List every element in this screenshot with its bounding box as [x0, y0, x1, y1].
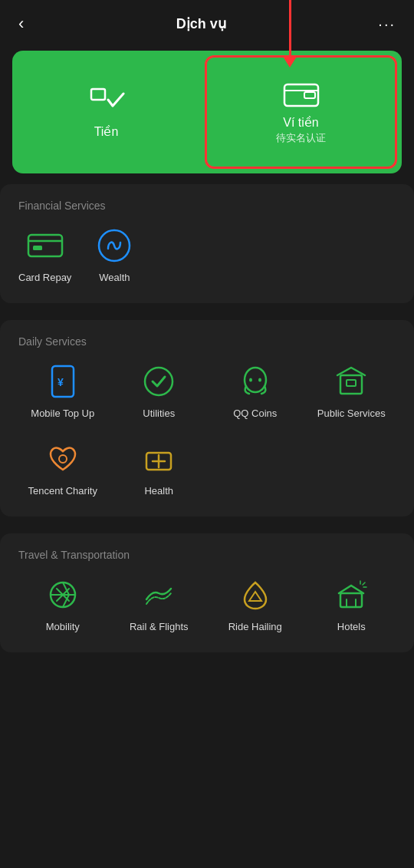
- svg-point-10: [145, 368, 172, 395]
- qq-icon: [235, 361, 275, 401]
- svg-point-13: [258, 378, 261, 381]
- svg-rect-15: [347, 380, 356, 386]
- daily-services-title: Daily Services: [18, 335, 396, 348]
- financial-services-grid: Card Repay Wealth: [18, 226, 396, 285]
- wealth-icon-wrap: [94, 226, 134, 266]
- svg-text:¥: ¥: [58, 376, 64, 388]
- wallet-icon: [283, 80, 320, 109]
- ride-icon: [235, 575, 275, 615]
- more-button[interactable]: ···: [378, 15, 396, 33]
- banner-vi-tien-sublabel: 待实名认证: [276, 131, 326, 145]
- hotel-icon: [331, 575, 371, 615]
- svg-rect-1: [284, 84, 318, 106]
- banner-vi-tien-label: Ví tiền: [283, 115, 318, 130]
- scan-check-icon: [88, 86, 125, 117]
- utilities-icon: [139, 361, 179, 401]
- wealth-label: Wealth: [99, 272, 130, 285]
- green-banner: Tiền Ví tiền 待实名认证: [12, 51, 402, 173]
- health-label: Health: [144, 485, 173, 498]
- charity-icon: [43, 439, 83, 479]
- travel-section: Travel & Transportation Mobility: [0, 533, 414, 652]
- wealth-item[interactable]: Wealth: [94, 226, 134, 285]
- daily-services-section: Daily Services ¥ Mobile Top Up Utilities: [0, 320, 414, 517]
- svg-rect-4: [28, 235, 62, 256]
- svg-point-12: [249, 378, 252, 381]
- travel-grid: Mobility Rail & Flights Ride Hailing: [18, 575, 396, 634]
- card-repay-label: Card Repay: [18, 272, 71, 285]
- rail-flights-label: Rail & Flights: [130, 621, 189, 634]
- rail-flights-item[interactable]: Rail & Flights: [115, 575, 204, 634]
- tencent-charity-item[interactable]: Tencent Charity: [18, 439, 107, 498]
- banner-tien[interactable]: Tiền: [12, 51, 200, 173]
- mobile-top-up-label: Mobile Top Up: [31, 408, 94, 421]
- banner-tien-label: Tiền: [94, 124, 119, 139]
- back-button[interactable]: ‹: [18, 14, 24, 34]
- svg-rect-6: [33, 246, 42, 250]
- public-services-label: Public Services: [317, 408, 386, 421]
- header: ‹ Dịch vụ ···: [0, 0, 414, 43]
- svg-point-16: [59, 455, 67, 463]
- building-icon: [331, 361, 371, 401]
- svg-rect-2: [304, 92, 315, 98]
- svg-point-11: [245, 368, 266, 392]
- health-item[interactable]: Health: [115, 439, 204, 498]
- qq-coins-label: QQ Coins: [233, 408, 277, 421]
- health-icon: [139, 439, 179, 479]
- svg-line-29: [363, 583, 365, 585]
- rail-icon: [139, 575, 179, 615]
- ride-hailing-item[interactable]: Ride Hailing: [211, 575, 300, 634]
- svg-rect-14: [340, 375, 362, 394]
- mobility-item[interactable]: Mobility: [18, 575, 107, 634]
- financial-services-section: Financial Services Card Repay Wealth: [0, 184, 414, 303]
- tencent-charity-label: Tencent Charity: [28, 485, 97, 498]
- svg-rect-0: [91, 89, 105, 100]
- card-repay-item[interactable]: Card Repay: [18, 226, 71, 285]
- daily-services-grid: ¥ Mobile Top Up Utilities: [18, 361, 396, 498]
- ride-hailing-label: Ride Hailing: [228, 621, 282, 634]
- mobile-icon: ¥: [43, 361, 83, 401]
- utilities-label: Utilities: [143, 408, 175, 421]
- mobile-top-up-item[interactable]: ¥ Mobile Top Up: [18, 361, 107, 421]
- financial-services-title: Financial Services: [18, 200, 396, 212]
- qq-coins-item[interactable]: QQ Coins: [211, 361, 300, 421]
- hotels-label: Hotels: [337, 621, 366, 634]
- red-arrow: [282, 0, 297, 68]
- page-title: Dịch vụ: [176, 15, 226, 32]
- public-services-item[interactable]: Public Services: [307, 361, 396, 421]
- card-repay-icon-wrap: [25, 226, 65, 266]
- svg-rect-24: [340, 593, 362, 607]
- utilities-item[interactable]: Utilities: [115, 361, 204, 421]
- hotels-item[interactable]: Hotels: [307, 575, 396, 634]
- banner-vi-tien[interactable]: Ví tiền 待实名认证: [205, 55, 397, 169]
- travel-title: Travel & Transportation: [18, 549, 396, 561]
- mobility-label: Mobility: [46, 621, 80, 634]
- mobility-icon: [43, 575, 83, 615]
